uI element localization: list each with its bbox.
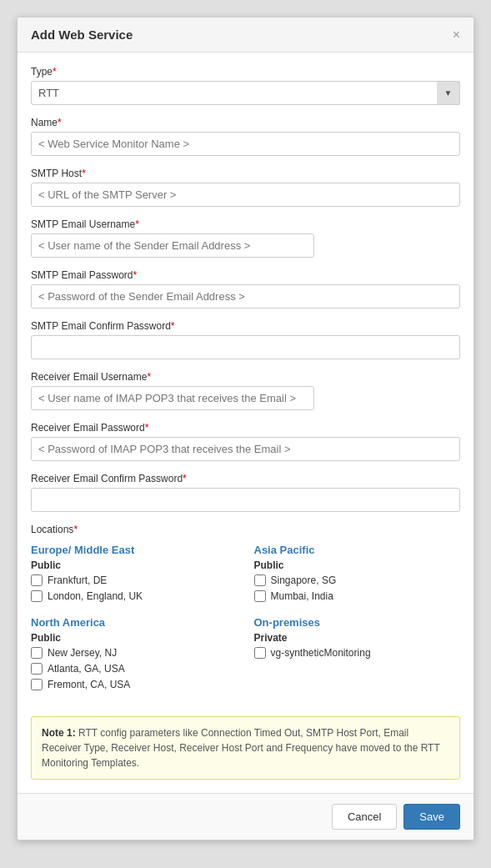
receiver-email-password-label: Receiver Email Password* [31, 422, 460, 434]
region-title-northamerica: North America [31, 616, 238, 629]
name-label: Name* [31, 117, 460, 128]
region-type-asia: Public [254, 559, 461, 571]
smtp-email-password-input[interactable] [31, 284, 460, 309]
note-label: Note 1: [42, 727, 76, 739]
location-label-frankfurt: Frankfurt, DE [48, 574, 107, 586]
location-checkbox-singapore[interactable] [254, 574, 266, 586]
receiver-email-password-field-group: Receiver Email Password* [31, 422, 460, 461]
type-label: Type* [31, 66, 460, 78]
region-type-europe: Public [31, 559, 238, 571]
location-checkbox-mumbai[interactable] [254, 590, 266, 602]
type-select[interactable]: RTT [31, 81, 460, 105]
locations-grid: Europe/ Middle East Public Frankfurt, DE… [31, 544, 460, 705]
location-region-onpremises: On-premises Private vg-syntheticMonitori… [254, 616, 461, 695]
list-item: Fremont, CA, USA [31, 679, 238, 690]
location-checkbox-atlanta[interactable] [31, 663, 43, 675]
receiver-email-confirm-password-label: Receiver Email Confirm Password* [31, 473, 460, 484]
close-button[interactable]: × [453, 28, 460, 42]
smtp-email-username-label: SMTP Email Username* [31, 218, 460, 230]
location-label-fremont: Fremont, CA, USA [48, 679, 130, 690]
region-title-europe: Europe/ Middle East [31, 544, 238, 556]
smtp-email-confirm-password-label: SMTP Email Confirm Password* [31, 320, 460, 332]
cancel-button[interactable]: Cancel [332, 804, 397, 830]
location-label-newjersey: New Jersey, NJ [48, 647, 117, 659]
name-field-group: Name* [31, 117, 460, 156]
smtp-email-username-field-group: SMTP Email Username* [31, 218, 460, 258]
smtp-email-username-input[interactable] [31, 233, 314, 258]
type-select-wrapper: RTT ▼ [31, 81, 460, 105]
list-item: Singapore, SG [254, 574, 461, 586]
location-label-mumbai: Mumbai, India [271, 590, 333, 602]
location-checkbox-london[interactable] [31, 590, 43, 602]
locations-group: Locations* Europe/ Middle East Public Fr… [31, 524, 460, 705]
region-title-asia: Asia Pacific [254, 544, 461, 556]
smtp-host-label: SMTP Host* [31, 168, 460, 179]
dialog-title: Add Web Service [31, 28, 133, 42]
smtp-email-password-field-group: SMTP Email Password* [31, 269, 460, 309]
add-web-service-dialog: Add Web Service × Type* RTT ▼ Name* [17, 17, 474, 840]
location-region-asia: Asia Pacific Public Singapore, SG Mumbai… [254, 544, 461, 606]
receiver-email-confirm-password-input[interactable] [31, 488, 460, 512]
locations-label: Locations* [31, 524, 460, 535]
note-text: RTT config parameters like Connection Ti… [42, 727, 440, 769]
receiver-email-username-label: Receiver Email Username* [31, 371, 460, 383]
smtp-email-confirm-password-field-group: SMTP Email Confirm Password* [31, 320, 460, 359]
save-button[interactable]: Save [403, 804, 460, 830]
list-item: Mumbai, India [254, 590, 461, 602]
note-box: Note 1: RTT config parameters like Conne… [31, 716, 460, 780]
list-item: London, England, UK [31, 590, 238, 602]
region-type-northamerica: Public [31, 632, 238, 644]
dialog-body: Type* RTT ▼ Name* SMTP Host* [18, 53, 473, 793]
smtp-host-field-group: SMTP Host* [31, 168, 460, 207]
location-label-london: London, England, UK [48, 590, 143, 602]
location-region-europe: Europe/ Middle East Public Frankfurt, DE… [31, 544, 238, 606]
receiver-email-confirm-password-field-group: Receiver Email Confirm Password* [31, 473, 460, 512]
name-input[interactable] [31, 132, 460, 156]
smtp-host-input[interactable] [31, 183, 460, 207]
type-field-group: Type* RTT ▼ [31, 66, 460, 105]
region-type-onpremises: Private [254, 632, 461, 644]
location-checkbox-vg[interactable] [254, 647, 266, 659]
location-checkbox-newjersey[interactable] [31, 647, 43, 659]
location-checkbox-frankfurt[interactable] [31, 574, 43, 586]
receiver-email-password-input[interactable] [31, 437, 460, 461]
dialog-header: Add Web Service × [18, 18, 473, 53]
location-label-singapore: Singapore, SG [271, 574, 337, 586]
dialog-footer: Cancel Save [18, 793, 473, 840]
region-title-onpremises: On-premises [254, 616, 461, 629]
location-label-vg: vg-syntheticMonitoring [271, 647, 371, 659]
location-checkbox-fremont[interactable] [31, 679, 43, 690]
list-item: Atlanta, GA, USA [31, 663, 238, 675]
smtp-email-confirm-password-input[interactable] [31, 335, 460, 359]
smtp-email-password-label: SMTP Email Password* [31, 269, 460, 281]
receiver-email-username-field-group: Receiver Email Username* [31, 371, 460, 410]
list-item: New Jersey, NJ [31, 647, 238, 659]
location-label-atlanta: Atlanta, GA, USA [48, 663, 125, 675]
list-item: vg-syntheticMonitoring [254, 647, 461, 659]
receiver-email-username-input[interactable] [31, 386, 314, 410]
location-region-northamerica: North America Public New Jersey, NJ Atla… [31, 616, 238, 695]
list-item: Frankfurt, DE [31, 574, 238, 586]
